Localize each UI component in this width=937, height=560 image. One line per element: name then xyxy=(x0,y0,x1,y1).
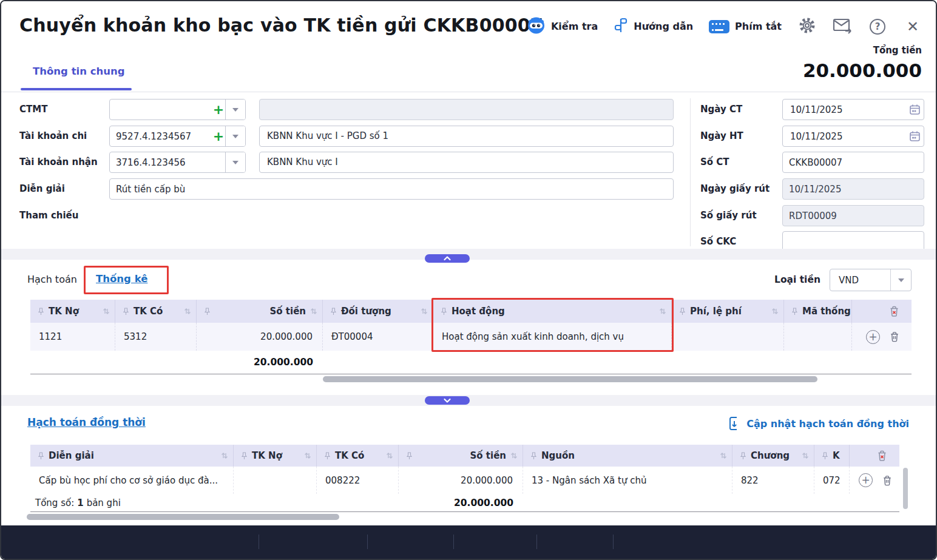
simultaneous-accounting-link[interactable]: Hạch toán đồng thời xyxy=(27,416,146,428)
cell-chuong[interactable]: 822 xyxy=(732,467,814,494)
tab-thong-ke[interactable]: Thống kê xyxy=(96,273,147,285)
so-giay-rut-input xyxy=(782,205,924,226)
settings-button[interactable] xyxy=(797,17,817,36)
pin-icon[interactable] xyxy=(324,452,331,460)
toolbar-divider xyxy=(367,535,368,549)
column-header-so-tien-2[interactable]: Số tiền xyxy=(399,445,523,467)
column-header-so-tien[interactable]: Số tiền xyxy=(197,300,323,323)
pin-icon[interactable] xyxy=(530,452,537,460)
cell-tk-co[interactable]: 5312 xyxy=(115,323,197,351)
so-ct-label: Số CT xyxy=(700,152,729,173)
pin-icon[interactable] xyxy=(330,308,337,315)
column-header-doi-tuong[interactable]: Đối tượng xyxy=(323,300,433,323)
delete-all-rows-button[interactable] xyxy=(888,305,901,318)
sort-icon[interactable] xyxy=(659,307,666,315)
collapse-form-button[interactable] xyxy=(425,254,470,263)
help-button[interactable]: ? xyxy=(868,17,887,36)
pin-icon[interactable] xyxy=(791,308,798,315)
tk-nhan-input[interactable] xyxy=(110,152,225,172)
pin-icon[interactable] xyxy=(123,308,129,315)
cell-khoan[interactable]: 072 xyxy=(814,467,850,494)
cell-nguon[interactable]: 13 - Ngân sách Xã tự chủ xyxy=(523,467,732,494)
expand-section-button[interactable] xyxy=(425,396,470,405)
column-header-nguon[interactable]: Nguồn xyxy=(523,445,732,467)
currency-select[interactable]: VND xyxy=(830,269,912,291)
sort-icon[interactable] xyxy=(421,307,428,315)
update-simultaneous-link[interactable]: Cập nhật hạch toán đồng thời xyxy=(728,416,909,431)
cell-tk-no[interactable]: 1121 xyxy=(30,323,115,351)
delete-row-icon[interactable] xyxy=(881,474,893,487)
tab-general-info[interactable]: Thông tin chung xyxy=(33,66,125,77)
accounting-table-hscrollbar[interactable] xyxy=(323,376,817,382)
cell-doi-tuong[interactable]: ĐT00004 xyxy=(323,323,433,351)
guide-button[interactable]: Hướng dẫn xyxy=(614,17,693,36)
pin-icon[interactable] xyxy=(204,308,211,315)
sort-icon[interactable] xyxy=(771,307,779,315)
cell-hoat-dong[interactable]: Hoạt động sản xuất kinh doanh, dịch vụ xyxy=(433,323,672,351)
column-header-chuong[interactable]: Chương xyxy=(732,445,814,467)
column-header-tk-co[interactable]: TK Có xyxy=(115,300,197,323)
tab-hach-toan[interactable]: Hạch toán xyxy=(27,274,77,285)
chevron-down-icon xyxy=(232,108,238,112)
pin-icon[interactable] xyxy=(38,308,44,315)
pin-icon[interactable] xyxy=(822,452,828,460)
sort-icon[interactable] xyxy=(802,451,809,460)
ngay-ct-input[interactable] xyxy=(783,104,905,115)
column-header-ma-thong-ke[interactable]: Mã thống xyxy=(784,300,852,323)
cell-so-tien[interactable]: 20.000.000 xyxy=(197,323,323,351)
delete-row-icon[interactable] xyxy=(888,330,901,343)
assistant-robot-icon xyxy=(527,16,546,37)
tk-nhan-dropdown-button[interactable] xyxy=(225,152,245,172)
calendar-icon[interactable] xyxy=(905,104,924,115)
cell-tk-no-2[interactable] xyxy=(234,467,317,494)
column-header-phi-le-phi[interactable]: Phí, lệ phí xyxy=(672,300,784,323)
add-row-icon[interactable]: + xyxy=(866,330,880,344)
dien-giai-input[interactable] xyxy=(109,178,674,200)
tk-chi-name-field[interactable]: KBNN Khu vực I - PGD số 1 xyxy=(259,126,674,147)
tk-chi-add-icon[interactable]: + xyxy=(212,126,225,146)
pin-icon[interactable] xyxy=(740,452,746,460)
pin-icon[interactable] xyxy=(38,452,44,460)
pin-icon[interactable] xyxy=(406,452,413,460)
calendar-icon[interactable] xyxy=(905,130,924,142)
so-ct-input[interactable] xyxy=(782,152,924,173)
simultaneous-table-vscrollbar[interactable] xyxy=(903,468,908,509)
sort-icon[interactable] xyxy=(103,307,110,315)
sort-icon[interactable] xyxy=(310,307,317,315)
sort-icon[interactable] xyxy=(386,451,393,460)
add-row-icon[interactable]: + xyxy=(859,473,873,487)
sort-icon[interactable] xyxy=(184,307,191,315)
column-header-hoat-dong[interactable]: Hoạt động xyxy=(433,300,672,323)
shortcut-button[interactable]: Phím tắt xyxy=(709,20,782,33)
sort-icon[interactable] xyxy=(510,451,518,460)
column-header-tk-co-2[interactable]: TK Có xyxy=(317,445,399,467)
pin-icon[interactable] xyxy=(679,308,686,315)
cell-ma-thong-ke[interactable] xyxy=(784,323,852,351)
column-header-tk-no[interactable]: TK Nợ xyxy=(30,300,115,323)
tk-nhan-name-field[interactable]: KBNN Khu vực I xyxy=(259,152,674,173)
ngay-ht-input[interactable] xyxy=(783,131,905,142)
column-header-tk-no-2[interactable]: TK Nợ xyxy=(234,445,317,467)
ctmt-input[interactable] xyxy=(110,100,212,120)
pin-icon[interactable] xyxy=(441,308,447,315)
cell-phi-le-phi[interactable] xyxy=(672,323,784,351)
sort-icon[interactable] xyxy=(304,451,311,460)
cell-tk-co-2[interactable]: 008222 xyxy=(317,467,399,494)
cell-so-tien-2[interactable]: 20.000.000 xyxy=(399,467,523,494)
column-header-khoan[interactable]: K xyxy=(814,445,850,467)
tk-chi-input[interactable] xyxy=(110,126,212,146)
simultaneous-table-hscrollbar[interactable] xyxy=(27,514,339,520)
send-mail-button[interactable] xyxy=(833,17,852,36)
check-button[interactable]: Kiểm tra xyxy=(527,16,598,37)
sort-icon[interactable] xyxy=(221,451,228,460)
ctmt-add-icon[interactable]: + xyxy=(212,100,225,120)
close-button[interactable]: ✕ xyxy=(903,17,922,36)
sort-icon[interactable] xyxy=(720,451,727,460)
ctmt-dropdown-button[interactable] xyxy=(225,100,245,120)
tk-nhan-label: Tài khoản nhận xyxy=(19,152,98,173)
cell-dien-giai[interactable]: Cấp bù học phí cho cơ sở giáo dục đà... xyxy=(30,467,234,494)
pin-icon[interactable] xyxy=(241,452,248,460)
tk-chi-dropdown-button[interactable] xyxy=(225,126,245,146)
column-header-dien-giai[interactable]: Diễn giải xyxy=(30,445,234,467)
delete-all-rows-button[interactable] xyxy=(876,449,888,462)
